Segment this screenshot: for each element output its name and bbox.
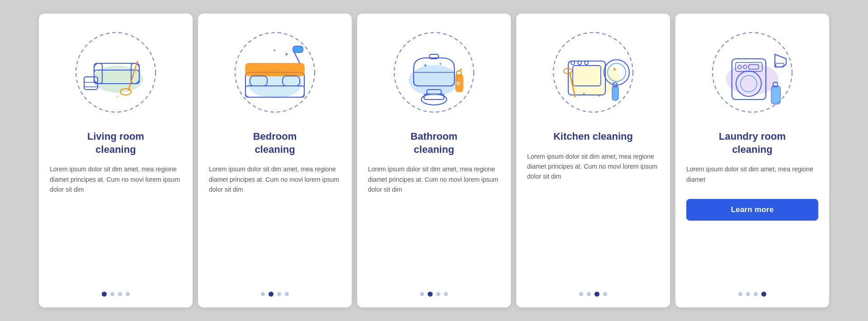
svg-text:✦: ✦: [439, 61, 442, 66]
svg-point-53: [726, 63, 778, 95]
svg-text:✦: ✦: [423, 62, 428, 69]
dot-2: [587, 292, 591, 296]
card-text-bathroom: Lorem ipsum dolor sit dim amet, mea regi…: [368, 164, 500, 194]
illustration-laundry: [707, 27, 797, 118]
svg-rect-46: [612, 86, 618, 100]
dot-2: [110, 292, 114, 296]
dots-bathroom: [420, 286, 448, 297]
illustration-bedroom: ✦ ✦: [230, 27, 320, 118]
dot-4: [761, 292, 766, 297]
dot-3: [594, 292, 599, 297]
dot-4: [285, 292, 289, 296]
card-bathroom: ✦ ✦ ✿ Bathroom cleaning Lorem ipsum dolo…: [357, 14, 511, 307]
card-laundry: Laundry room cleaning Lorem ipsum dolor …: [675, 14, 829, 307]
svg-point-40: [571, 61, 575, 65]
dot-3: [754, 292, 758, 296]
dot-4: [444, 292, 448, 296]
dot-3: [436, 292, 440, 296]
dots-kitchen: [579, 286, 607, 297]
svg-rect-15: [245, 63, 304, 76]
dots-laundry: [738, 286, 766, 297]
card-text-laundry: Lorem ipsum dolor sit dim amet, mea regi…: [686, 164, 818, 184]
card-text-living-room: Lorem ipsum dolor sit dim amet, mea regi…: [50, 164, 182, 194]
card-text-kitchen: Lorem ipsum dolor sit dim amet, mea regi…: [527, 151, 659, 182]
svg-point-41: [578, 61, 581, 65]
dot-4: [126, 292, 130, 296]
svg-text:✦: ✦: [612, 66, 617, 73]
dot-1: [579, 292, 583, 296]
dot-1: [738, 292, 742, 296]
illustration-bathroom: ✦ ✦ ✿: [389, 27, 479, 118]
dots-bedroom: [261, 286, 289, 297]
svg-rect-20: [293, 46, 303, 52]
dot-2: [746, 292, 750, 296]
dot-1: [261, 292, 265, 296]
dots-living-room: [102, 286, 130, 297]
dot-3: [277, 292, 281, 296]
dot-3: [118, 292, 122, 296]
card-title-bathroom: Bathroom cleaning: [410, 130, 458, 156]
svg-text:✦: ✦: [284, 51, 289, 58]
card-kitchen: ✦ ✦ ✦ Kitchen cleaning Lorem ipsum dolor…: [516, 14, 670, 307]
illustration-kitchen: ✦ ✦ ✦: [548, 27, 638, 118]
card-living-room: ~ Living room cleaning Lorem ipsum dolor…: [39, 14, 193, 307]
learn-more-button[interactable]: Learn more: [686, 199, 818, 221]
card-title-laundry: Laundry room cleaning: [719, 130, 786, 156]
illustration-living-room: ~: [71, 27, 161, 118]
dot-1: [102, 292, 107, 297]
svg-text:✦: ✦: [273, 48, 276, 53]
svg-text:✦: ✦: [582, 91, 586, 97]
svg-text:✦: ✦: [598, 94, 601, 98]
dot-2: [269, 292, 274, 297]
card-title-kitchen: Kitchen cleaning: [553, 130, 633, 143]
svg-point-42: [585, 61, 588, 65]
dot-4: [603, 292, 607, 296]
dot-2: [428, 292, 433, 297]
card-title-living-room: Living room cleaning: [87, 130, 144, 156]
svg-text:~: ~: [116, 93, 119, 100]
card-bedroom: ✦ ✦ Bedroom cleaning Lorem ipsum dolor s…: [198, 14, 352, 307]
cards-container: ~ Living room cleaning Lorem ipsum dolor…: [30, 5, 838, 316]
card-text-bedroom: Lorem ipsum dolor sit dim amet, mea regi…: [209, 164, 341, 194]
svg-rect-62: [771, 86, 780, 104]
svg-point-24: [409, 65, 459, 96]
card-title-bedroom: Bedroom cleaning: [253, 130, 297, 156]
dot-1: [420, 292, 424, 296]
svg-text:✿: ✿: [456, 80, 460, 86]
